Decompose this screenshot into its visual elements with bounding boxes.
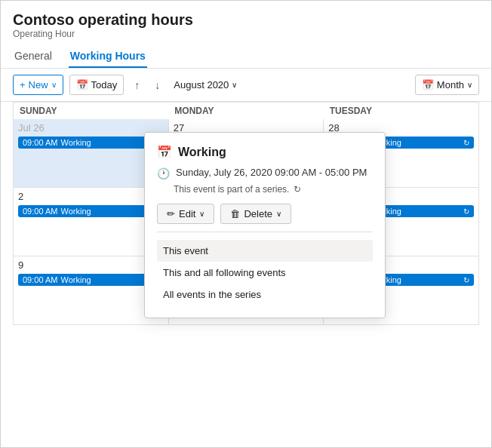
delete-button[interactable]: 🗑 Delete ∨ — [220, 204, 291, 224]
chevron-down-icon: ∨ — [51, 81, 57, 89]
popup-title-text: Working — [178, 146, 226, 159]
popup-actions: ✏ Edit ∨ 🗑 Delete ∨ — [157, 204, 373, 232]
pencil-icon: ✏ — [167, 208, 175, 219]
month-chevron-icon: ∨ — [467, 81, 472, 89]
month-label: Month — [437, 79, 464, 91]
event-pill[interactable]: 09:00 AM Working ↻ — [18, 137, 164, 149]
plus-icon: + — [20, 79, 26, 91]
popup-title: 📅 Working — [157, 145, 373, 159]
day-number: Jul 26 — [18, 122, 164, 133]
col-header-monday: Monday — [168, 103, 323, 119]
day-number: 2 — [18, 191, 164, 202]
calendar-icon: 📅 — [76, 79, 88, 91]
calendar-area: Sunday Monday Tuesday Jul 26 09:00 AM Wo… — [1, 102, 491, 444]
tab-working-hours[interactable]: Working Hours — [69, 45, 147, 68]
tab-bar: General Working Hours — [13, 45, 479, 68]
popup-datetime-row: 🕐 Sunday, July 26, 2020 09:00 AM - 05:00… — [157, 167, 373, 180]
next-button[interactable]: ↓ — [150, 75, 165, 95]
delete-chevron-icon: ∨ — [276, 210, 281, 218]
today-button[interactable]: 📅 Today — [69, 75, 125, 95]
edit-label: Edit — [179, 208, 195, 219]
app-title: Contoso operating hours — [13, 11, 479, 29]
series-recur-icon: ↻ — [294, 184, 301, 195]
current-date-label: August 2020 — [174, 79, 229, 91]
menu-item-this-event[interactable]: This event — [157, 240, 373, 262]
event-title: Working — [60, 138, 91, 147]
month-calendar-icon: 📅 — [422, 79, 434, 91]
recur-icon: ↻ — [463, 207, 469, 216]
event-time: 09:00 AM — [23, 207, 57, 216]
date-chevron-icon: ∨ — [232, 81, 237, 89]
app-header: Contoso operating hours Operating Hour G… — [1, 1, 491, 69]
menu-item-following-events[interactable]: This and all following events — [157, 262, 373, 284]
app-subtitle: Operating Hour — [13, 29, 479, 39]
event-title: Working — [60, 207, 91, 216]
menu-item-all-events[interactable]: All events in the series — [157, 284, 373, 305]
recur-icon: ↻ — [463, 139, 469, 147]
popup-calendar-icon: 📅 — [157, 145, 172, 159]
edit-button[interactable]: ✏ Edit ∨ — [157, 204, 214, 224]
event-time: 09:00 AM — [23, 138, 57, 147]
tab-general[interactable]: General — [13, 45, 54, 68]
popup-series-note: This event is part of a series. ↻ — [157, 184, 373, 195]
event-time: 09:00 AM — [23, 275, 57, 284]
day-number: 9 — [18, 259, 164, 271]
series-note-text: This event is part of a series. — [174, 184, 289, 195]
date-selector[interactable]: August 2020 ∨ — [174, 79, 237, 91]
month-view-button[interactable]: 📅 Month ∨ — [415, 75, 479, 95]
new-label: New — [29, 79, 48, 91]
event-pill[interactable]: 09:00 AM Working ↻ — [18, 274, 164, 286]
calendar-header: Sunday Monday Tuesday — [13, 102, 479, 119]
calendar-toolbar: + New ∨ 📅 Today ↑ ↓ August 2020 ∨ 📅 Mont… — [1, 69, 491, 102]
event-pill[interactable]: 09:00 AM Working ↻ — [18, 205, 164, 217]
event-title: Working — [60, 275, 91, 284]
trash-icon: 🗑 — [230, 208, 240, 219]
event-popup: 📅 Working 🕐 Sunday, July 26, 2020 09:00 … — [144, 132, 386, 318]
edit-chevron-icon: ∨ — [199, 210, 204, 218]
recur-icon: ↻ — [463, 276, 469, 284]
today-label: Today — [91, 79, 118, 91]
delete-label: Delete — [244, 208, 272, 219]
prev-button[interactable]: ↑ — [130, 75, 144, 95]
new-button[interactable]: + New ∨ — [13, 75, 63, 95]
col-header-tuesday: Tuesday — [324, 103, 478, 119]
clock-icon: 🕐 — [157, 167, 170, 180]
popup-datetime: Sunday, July 26, 2020 09:00 AM - 05:00 P… — [176, 167, 367, 178]
col-header-sunday: Sunday — [14, 103, 168, 119]
